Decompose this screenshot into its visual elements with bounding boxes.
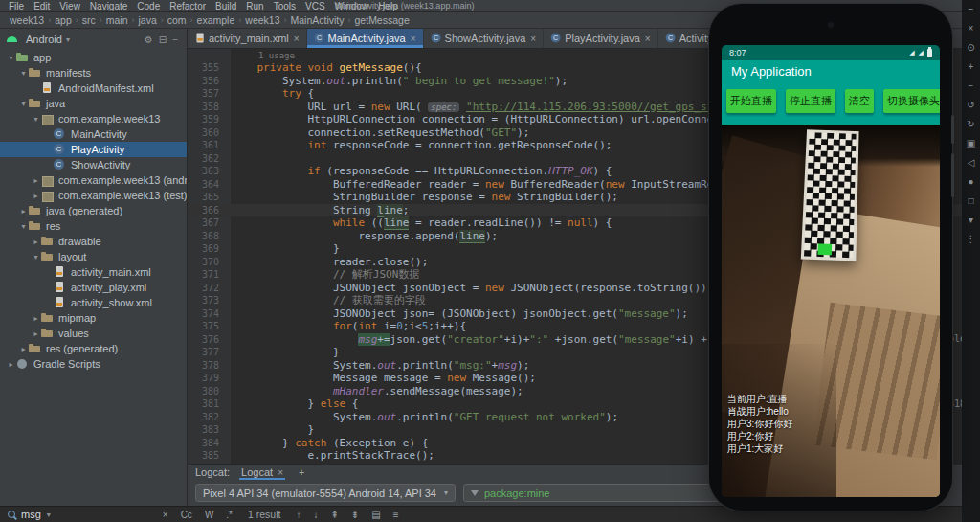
settings-icon[interactable]: ⚙ bbox=[142, 34, 156, 45]
tab-playactivity-java[interactable]: PlayActivity.java× bbox=[544, 29, 658, 48]
chevron-right-icon[interactable]: ▸ bbox=[31, 314, 41, 323]
rotate-right-icon[interactable]: ↻ bbox=[967, 119, 974, 129]
tree-item-java-generated[interactable]: ▸java (generated) bbox=[0, 203, 187, 218]
add-logcat-tab-button[interactable]: + bbox=[295, 466, 308, 478]
chevron-down-icon[interactable]: ▾ bbox=[31, 115, 41, 124]
arrow-down-icon[interactable]: ↓ bbox=[312, 510, 319, 520]
tree-item-activity-play-xml[interactable]: activity_play.xml bbox=[0, 280, 187, 295]
breadcrumb-item-mainactivity-8[interactable]: MainActivity bbox=[289, 14, 346, 26]
arrow-up-icon[interactable]: ↑ bbox=[295, 510, 301, 520]
menu-item-run[interactable]: Run bbox=[241, 1, 268, 11]
volume-up-icon[interactable]: + bbox=[969, 61, 974, 72]
chevron-down-icon[interactable]: ▾ bbox=[31, 253, 41, 261]
search-history-chevron-icon[interactable]: ▾ bbox=[47, 511, 51, 519]
home-icon[interactable]: ● bbox=[968, 176, 973, 187]
chevron-down-icon[interactable]: ▾ bbox=[18, 222, 29, 231]
collapse-all-icon[interactable]: ⊟ bbox=[156, 34, 169, 45]
chevron-right-icon[interactable]: ▸ bbox=[6, 360, 16, 369]
tree-item-showactivity[interactable]: ShowActivity bbox=[0, 157, 187, 172]
menu-item-build[interactable]: Build bbox=[211, 1, 241, 11]
chevron-right-icon[interactable]: ▸ bbox=[18, 207, 29, 216]
filter-lines-icon[interactable]: ≡ bbox=[392, 510, 400, 520]
tree-item-mipmap[interactable]: ▸mipmap bbox=[0, 310, 187, 326]
chevron-right-icon[interactable]: ▸ bbox=[18, 345, 29, 353]
menu-item-vcs[interactable]: VCS bbox=[301, 1, 330, 11]
breadcrumb-item-com-5[interactable]: com bbox=[166, 14, 189, 26]
screenshot-icon[interactable]: ▣ bbox=[967, 138, 975, 148]
clear-button[interactable]: 清空 bbox=[845, 89, 874, 113]
tree-item-java[interactable]: ▾java bbox=[0, 96, 187, 111]
tree-item-values[interactable]: ▸values bbox=[0, 326, 187, 341]
tree-item-com-example-week13-androidtest[interactable]: ▸com.example.week13 (androidTest) bbox=[0, 172, 187, 188]
overview-icon[interactable]: □ bbox=[968, 195, 973, 206]
rotate-left-icon[interactable]: ↺ bbox=[967, 100, 974, 110]
tree-item-app[interactable]: ▾app bbox=[0, 50, 187, 65]
tree-item-mainactivity[interactable]: MainActivity bbox=[0, 126, 187, 142]
tree-item-com-example-week13-test[interactable]: ▸com.example.week13 (test) bbox=[0, 188, 187, 203]
chevron-right-icon[interactable]: ▸ bbox=[31, 329, 41, 338]
volume-down-icon[interactable]: − bbox=[969, 80, 974, 91]
tree-item-gradle-scripts[interactable]: ▸Gradle Scripts bbox=[0, 356, 187, 372]
stop-stream-button[interactable]: 停止直播 bbox=[786, 89, 835, 113]
tree-item-drawable[interactable]: ▸drawable bbox=[0, 234, 187, 249]
breadcrumb-item-week13-7[interactable]: week13 bbox=[243, 14, 281, 26]
close-icon[interactable]: × bbox=[969, 23, 974, 34]
device-selector[interactable]: Pixel 4 API 34 (emulator-5554) Android 1… bbox=[195, 484, 456, 502]
breadcrumb-item-java-4[interactable]: java bbox=[137, 14, 159, 26]
toggle-item[interactable]: .* bbox=[225, 510, 234, 520]
breadcrumb-item-src-2[interactable]: src bbox=[80, 14, 98, 26]
emulator-screen[interactable]: 8:07 ◢ ◢ My Application 开始直播停止直播清空切换摄像头 bbox=[722, 45, 940, 497]
menu-item-file[interactable]: File bbox=[4, 1, 29, 11]
menu-item-refactor[interactable]: Refactor bbox=[165, 1, 211, 11]
toggle-cc[interactable]: Cc bbox=[180, 510, 193, 520]
first-match-icon[interactable]: ⇞ bbox=[329, 510, 339, 520]
breadcrumb-item-week13-0[interactable]: week13 bbox=[8, 14, 46, 26]
back-icon[interactable]: ◁ bbox=[968, 157, 975, 168]
menu-item-navigate[interactable]: Navigate bbox=[85, 1, 132, 11]
menu-item-tools[interactable]: Tools bbox=[269, 1, 301, 11]
toggle-w[interactable]: W bbox=[204, 510, 214, 520]
menu-item-code[interactable]: Code bbox=[132, 1, 165, 11]
tab-showactivity-java[interactable]: ShowActivity.java× bbox=[424, 29, 545, 48]
close-icon[interactable]: × bbox=[530, 34, 536, 44]
tree-item-activity-main-xml[interactable]: activity_main.xml bbox=[0, 264, 187, 280]
chevron-right-icon[interactable]: ▸ bbox=[31, 192, 41, 200]
tree-item-manifests[interactable]: ▾manifests bbox=[0, 65, 187, 80]
power-icon[interactable]: ⊙ bbox=[967, 42, 974, 53]
clear-search-icon[interactable]: × bbox=[162, 510, 169, 520]
breadcrumb-item-app-1[interactable]: app bbox=[53, 14, 74, 26]
menu-item-edit[interactable]: Edit bbox=[29, 1, 55, 11]
chevron-right-icon[interactable]: ▸ bbox=[31, 176, 41, 185]
fold-icon[interactable]: ▾ bbox=[969, 215, 973, 225]
tree-item-res[interactable]: ▾res bbox=[0, 218, 187, 234]
logcat-tab[interactable]: Logcat × bbox=[239, 465, 285, 480]
chevron-down-icon[interactable]: ▾ bbox=[18, 69, 29, 78]
more-icon[interactable]: ⋮ bbox=[967, 234, 976, 244]
tree-item-playactivity[interactable]: PlayActivity bbox=[0, 142, 187, 157]
breadcrumb-item-example-6[interactable]: example bbox=[195, 14, 237, 26]
chevron-down-icon[interactable]: ▾ bbox=[6, 54, 16, 62]
close-icon[interactable]: × bbox=[645, 34, 651, 44]
tab-mainactivity-java[interactable]: MainActivity.java× bbox=[307, 29, 424, 48]
chevron-right-icon[interactable]: ▸ bbox=[31, 238, 41, 246]
tree-item-activity-show-xml[interactable]: activity_show.xml bbox=[0, 295, 187, 310]
tree-item-res-generated[interactable]: ▸res (generated) bbox=[0, 341, 187, 356]
hide-panel-icon[interactable]: − bbox=[169, 34, 181, 45]
tree-item-layout[interactable]: ▾layout bbox=[0, 249, 187, 264]
close-icon[interactable]: × bbox=[411, 34, 416, 44]
last-match-icon[interactable]: ⇟ bbox=[350, 510, 360, 520]
search-input[interactable]: msg bbox=[21, 509, 41, 520]
chevron-down-icon[interactable]: ▾ bbox=[18, 100, 29, 108]
chevron-down-icon[interactable]: ▾ bbox=[66, 35, 70, 44]
tree-item-androidmanifest-xml[interactable]: AndroidManifest.xml bbox=[0, 80, 187, 96]
project-view-selector[interactable]: Android bbox=[26, 34, 62, 45]
minimize-icon[interactable]: − bbox=[969, 4, 974, 14]
close-icon[interactable]: × bbox=[294, 34, 300, 44]
switch-camera-button[interactable]: 切换摄像头 bbox=[883, 89, 940, 113]
tree-item-com-example-week13[interactable]: ▾com.example.week13 bbox=[0, 111, 187, 126]
tab-activity-main-xml[interactable]: activity_main.xml× bbox=[188, 29, 307, 48]
breadcrumb-item-main-3[interactable]: main bbox=[104, 14, 130, 26]
breadcrumb-item-getmessage-9[interactable]: getMessage bbox=[353, 14, 412, 26]
select-all-matches-icon[interactable]: ▤ bbox=[370, 510, 381, 520]
start-stream-button[interactable]: 开始直播 bbox=[726, 89, 776, 113]
